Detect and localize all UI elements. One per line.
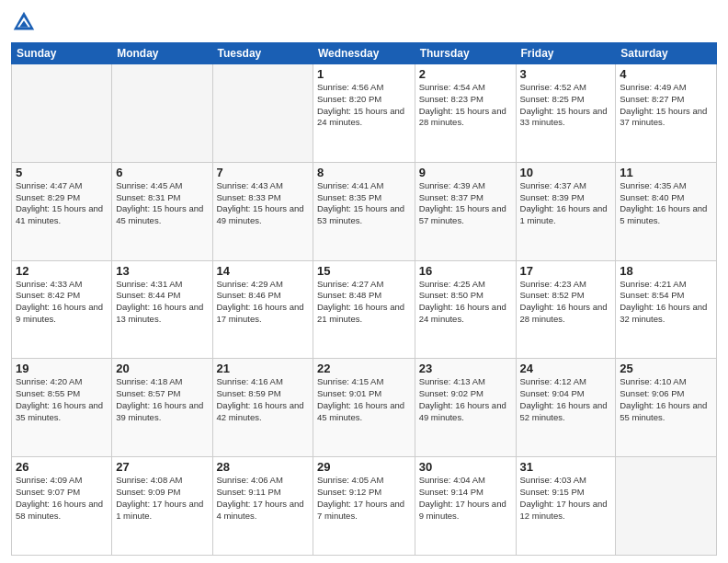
day-number: 10 [520,166,612,179]
day-number: 1 [317,67,411,81]
day-cell: 4Sunrise: 4:49 AM Sunset: 8:27 PM Daylig… [616,64,717,163]
day-number: 28 [217,460,309,474]
day-info: Sunrise: 4:45 AM Sunset: 8:31 PM Dayligh… [116,180,208,227]
header [11,9,717,35]
day-cell: 7Sunrise: 4:43 AM Sunset: 8:33 PM Daylig… [212,162,313,260]
day-number: 3 [520,67,612,81]
day-info: Sunrise: 4:54 AM Sunset: 8:23 PM Dayligh… [419,82,512,129]
day-number: 11 [620,166,712,179]
day-number: 18 [620,264,712,278]
day-info: Sunrise: 4:47 AM Sunset: 8:29 PM Dayligh… [16,180,108,227]
day-number: 26 [16,460,108,474]
day-number: 4 [620,67,712,81]
day-cell [616,457,717,556]
day-number: 6 [116,166,208,179]
day-info: Sunrise: 4:12 AM Sunset: 9:04 PM Dayligh… [520,376,612,423]
day-cell: 18Sunrise: 4:21 AM Sunset: 8:54 PM Dayli… [616,260,717,359]
day-info: Sunrise: 4:20 AM Sunset: 8:55 PM Dayligh… [16,376,108,423]
col-header-sunday: Sunday [12,43,112,64]
week-row-3: 19Sunrise: 4:20 AM Sunset: 8:55 PM Dayli… [12,359,717,457]
day-cell [212,64,313,163]
day-cell: 3Sunrise: 4:52 AM Sunset: 8:25 PM Daylig… [516,64,616,163]
day-cell: 8Sunrise: 4:41 AM Sunset: 8:35 PM Daylig… [313,162,415,260]
day-number: 12 [16,264,108,278]
logo-icon [11,9,37,35]
day-cell: 14Sunrise: 4:29 AM Sunset: 8:46 PM Dayli… [212,260,313,359]
day-cell: 24Sunrise: 4:12 AM Sunset: 9:04 PM Dayli… [516,359,616,457]
day-info: Sunrise: 4:37 AM Sunset: 8:39 PM Dayligh… [520,180,612,227]
day-cell: 29Sunrise: 4:05 AM Sunset: 9:12 PM Dayli… [313,457,415,556]
day-cell: 2Sunrise: 4:54 AM Sunset: 8:23 PM Daylig… [415,64,516,163]
day-cell: 9Sunrise: 4:39 AM Sunset: 8:37 PM Daylig… [415,162,516,260]
day-cell: 15Sunrise: 4:27 AM Sunset: 8:48 PM Dayli… [313,260,415,359]
day-info: Sunrise: 4:49 AM Sunset: 8:27 PM Dayligh… [620,82,712,129]
day-info: Sunrise: 4:35 AM Sunset: 8:40 PM Dayligh… [620,180,712,227]
day-number: 5 [16,166,108,179]
day-number: 15 [317,264,411,278]
day-number: 31 [520,460,612,474]
day-cell: 19Sunrise: 4:20 AM Sunset: 8:55 PM Dayli… [12,359,112,457]
col-header-tuesday: Tuesday [212,43,313,64]
day-cell: 27Sunrise: 4:08 AM Sunset: 9:09 PM Dayli… [112,457,212,556]
day-info: Sunrise: 4:15 AM Sunset: 9:01 PM Dayligh… [317,376,411,423]
day-info: Sunrise: 4:52 AM Sunset: 8:25 PM Dayligh… [520,82,612,129]
day-cell: 17Sunrise: 4:23 AM Sunset: 8:52 PM Dayli… [516,260,616,359]
day-cell: 11Sunrise: 4:35 AM Sunset: 8:40 PM Dayli… [616,162,717,260]
day-cell: 30Sunrise: 4:04 AM Sunset: 9:14 PM Dayli… [415,457,516,556]
day-info: Sunrise: 4:04 AM Sunset: 9:14 PM Dayligh… [419,475,512,522]
day-cell: 6Sunrise: 4:45 AM Sunset: 8:31 PM Daylig… [112,162,212,260]
day-info: Sunrise: 4:06 AM Sunset: 9:11 PM Dayligh… [217,475,309,522]
day-cell: 12Sunrise: 4:33 AM Sunset: 8:42 PM Dayli… [12,260,112,359]
day-number: 21 [217,362,309,375]
day-number: 29 [317,460,411,474]
header-row: SundayMondayTuesdayWednesdayThursdayFrid… [12,43,717,64]
day-number: 30 [419,460,512,474]
day-number: 7 [217,166,309,179]
col-header-wednesday: Wednesday [313,43,415,64]
week-row-1: 5Sunrise: 4:47 AM Sunset: 8:29 PM Daylig… [12,162,717,260]
day-number: 13 [116,264,208,278]
day-number: 20 [116,362,208,375]
col-header-friday: Friday [516,43,616,64]
col-header-monday: Monday [112,43,212,64]
col-header-thursday: Thursday [415,43,516,64]
day-number: 22 [317,362,411,375]
day-cell: 22Sunrise: 4:15 AM Sunset: 9:01 PM Dayli… [313,359,415,457]
day-cell [12,64,112,163]
day-info: Sunrise: 4:43 AM Sunset: 8:33 PM Dayligh… [217,180,309,227]
day-info: Sunrise: 4:27 AM Sunset: 8:48 PM Dayligh… [317,279,411,326]
day-number: 14 [217,264,309,278]
day-info: Sunrise: 4:23 AM Sunset: 8:52 PM Dayligh… [520,279,612,326]
day-info: Sunrise: 4:18 AM Sunset: 8:57 PM Dayligh… [116,376,208,423]
day-cell: 10Sunrise: 4:37 AM Sunset: 8:39 PM Dayli… [516,162,616,260]
day-cell: 26Sunrise: 4:09 AM Sunset: 9:07 PM Dayli… [12,457,112,556]
page: SundayMondayTuesdayWednesdayThursdayFrid… [0,0,728,563]
day-number: 27 [116,460,208,474]
col-header-saturday: Saturday [616,43,717,64]
day-info: Sunrise: 4:33 AM Sunset: 8:42 PM Dayligh… [16,279,108,326]
logo [11,9,40,35]
week-row-0: 1Sunrise: 4:56 AM Sunset: 8:20 PM Daylig… [12,64,717,163]
day-cell: 20Sunrise: 4:18 AM Sunset: 8:57 PM Dayli… [112,359,212,457]
day-cell: 28Sunrise: 4:06 AM Sunset: 9:11 PM Dayli… [212,457,313,556]
day-number: 19 [16,362,108,375]
day-info: Sunrise: 4:39 AM Sunset: 8:37 PM Dayligh… [419,180,512,227]
day-info: Sunrise: 4:21 AM Sunset: 8:54 PM Dayligh… [620,279,712,326]
day-info: Sunrise: 4:08 AM Sunset: 9:09 PM Dayligh… [116,475,208,522]
day-cell: 21Sunrise: 4:16 AM Sunset: 8:59 PM Dayli… [212,359,313,457]
day-number: 9 [419,166,512,179]
week-row-4: 26Sunrise: 4:09 AM Sunset: 9:07 PM Dayli… [12,457,717,556]
day-info: Sunrise: 4:13 AM Sunset: 9:02 PM Dayligh… [419,376,512,423]
day-info: Sunrise: 4:56 AM Sunset: 8:20 PM Dayligh… [317,82,411,129]
day-info: Sunrise: 4:10 AM Sunset: 9:06 PM Dayligh… [620,376,712,423]
day-info: Sunrise: 4:03 AM Sunset: 9:15 PM Dayligh… [520,475,612,522]
day-info: Sunrise: 4:05 AM Sunset: 9:12 PM Dayligh… [317,475,411,522]
day-cell: 13Sunrise: 4:31 AM Sunset: 8:44 PM Dayli… [112,260,212,359]
day-info: Sunrise: 4:29 AM Sunset: 8:46 PM Dayligh… [217,279,309,326]
day-cell: 23Sunrise: 4:13 AM Sunset: 9:02 PM Dayli… [415,359,516,457]
day-cell: 5Sunrise: 4:47 AM Sunset: 8:29 PM Daylig… [12,162,112,260]
calendar-table: SundayMondayTuesdayWednesdayThursdayFrid… [11,42,717,556]
day-info: Sunrise: 4:09 AM Sunset: 9:07 PM Dayligh… [16,475,108,522]
day-number: 17 [520,264,612,278]
day-number: 24 [520,362,612,375]
